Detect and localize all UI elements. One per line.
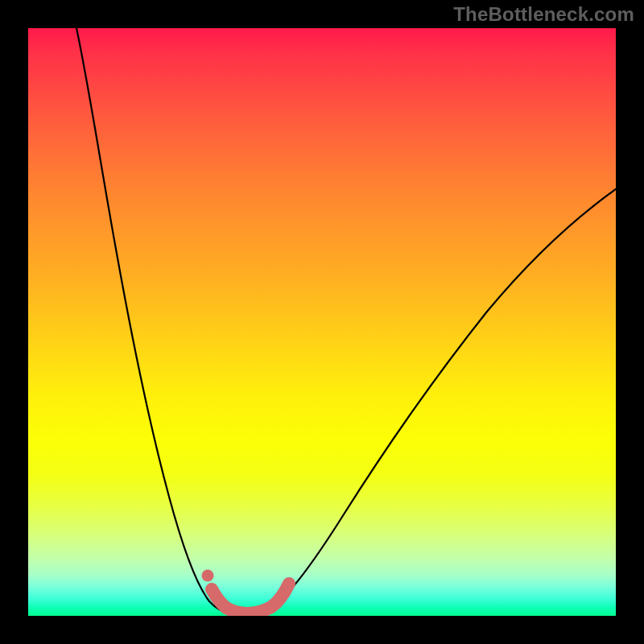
chart-frame: TheBottleneck.com (0, 0, 644, 644)
curve-layer (28, 28, 616, 616)
bottleneck-curve (76, 28, 616, 615)
optimal-marker (212, 584, 289, 613)
watermark-text: TheBottleneck.com (453, 3, 634, 26)
optimal-marker-dot (202, 570, 214, 582)
plot-area (28, 28, 616, 616)
